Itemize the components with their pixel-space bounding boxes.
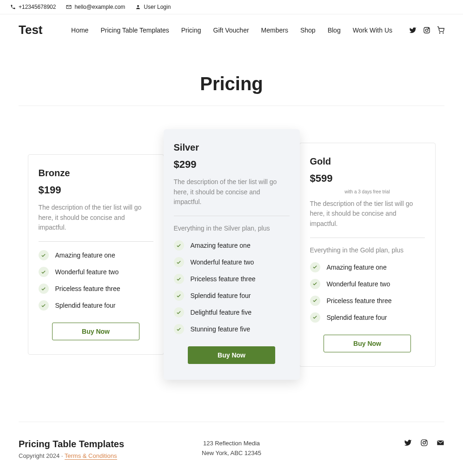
separator — [174, 216, 290, 216]
feature-item: Priceless feature three — [310, 296, 425, 306]
plan-name: Bronze — [39, 168, 153, 178]
svg-point-7 — [423, 442, 426, 444]
separator — [310, 238, 425, 238]
feature-item: Splendid feature four — [39, 300, 153, 311]
user-icon — [135, 4, 141, 10]
check-icon — [310, 279, 320, 289]
svg-point-2 — [425, 29, 428, 31]
plan-price: $199 — [39, 184, 153, 196]
feature-text: Wonderful feature two — [55, 268, 119, 276]
topbar-phone[interactable]: +12345678902 — [10, 4, 56, 10]
feature-text: Priceless feature three — [55, 285, 120, 292]
nav-blog[interactable]: Blog — [328, 26, 341, 34]
feature-text: Stunning feature five — [191, 325, 250, 333]
feature-item: Splendid feature four — [310, 312, 425, 323]
feature-item: Priceless feature three — [39, 284, 153, 294]
plan-subheading: Everything in the Silver plan, plus — [174, 225, 290, 232]
feature-text: Splendid feature four — [191, 292, 251, 299]
feature-text: Priceless feature three — [327, 297, 392, 304]
buy-button[interactable]: Buy Now — [188, 346, 275, 364]
separator — [39, 241, 153, 242]
check-icon — [174, 307, 184, 317]
feature-text: Amazing feature one — [327, 264, 387, 271]
feature-item: Wonderful feature two — [310, 279, 425, 289]
copyright-text: Copyright 2024 · — [19, 452, 65, 459]
feature-item: Stunning feature five — [174, 324, 290, 334]
svg-point-3 — [428, 28, 429, 28]
check-icon — [174, 324, 184, 334]
feature-text: Splendid feature four — [55, 302, 116, 309]
page-title: Pricing — [0, 73, 463, 94]
feature-text: Amazing feature one — [191, 242, 251, 249]
phone-icon — [10, 4, 16, 10]
plan-bronze: Bronze $199 The description of the tier … — [28, 154, 164, 355]
feature-text: Wonderful feature two — [327, 280, 390, 288]
feature-item: Splendid feature four — [174, 291, 290, 301]
nav-pricing[interactable]: Pricing — [181, 26, 201, 34]
nav-gift-voucher[interactable]: Gift Voucher — [213, 26, 249, 34]
svg-point-0 — [137, 5, 139, 7]
plan-badge: with a 3 days free trial — [310, 189, 425, 194]
envelope-icon — [66, 4, 72, 10]
topbar-email[interactable]: hello@example.com — [66, 4, 125, 10]
nav-members[interactable]: Members — [261, 26, 288, 34]
feature-text: Amazing feature one — [55, 251, 115, 259]
check-icon — [39, 284, 49, 294]
footer: Pricing Table Templates Copyright 2024 ·… — [19, 422, 444, 476]
plan-price: $299 — [174, 159, 290, 171]
topbar-login-text: User Login — [144, 4, 171, 10]
footer-social — [303, 439, 444, 459]
feature-item: Wonderful feature two — [39, 267, 153, 277]
feature-list: Amazing feature one Wonderful feature tw… — [174, 240, 290, 334]
feature-text: Delightful feature five — [191, 309, 252, 316]
twitter-icon[interactable] — [404, 439, 412, 447]
feature-text: Priceless feature three — [191, 275, 256, 283]
twitter-icon[interactable] — [409, 26, 417, 34]
check-icon — [310, 296, 320, 306]
pricing-grid: Bronze $199 The description of the tier … — [0, 106, 463, 422]
feature-text: Splendid feature four — [327, 314, 387, 321]
address-line-2: New York, ABC 12345 — [160, 449, 302, 458]
check-icon — [174, 291, 184, 301]
instagram-icon[interactable] — [423, 26, 430, 34]
nav-icons — [409, 26, 444, 34]
svg-point-5 — [443, 33, 443, 33]
nav-pricing-templates[interactable]: Pricing Table Templates — [100, 26, 169, 34]
check-icon — [39, 250, 49, 260]
terms-link[interactable]: Terms & Conditions — [65, 452, 117, 460]
feature-item: Amazing feature one — [39, 250, 153, 260]
header: Test Home Pricing Table Templates Pricin… — [0, 14, 463, 46]
topbar-login[interactable]: User Login — [135, 4, 171, 10]
address-line-1: 123 Reflection Media — [160, 439, 302, 449]
check-icon — [174, 274, 184, 284]
main-nav: Home Pricing Table Templates Pricing Gif… — [71, 26, 444, 34]
plan-desc: The description of the tier list will go… — [310, 199, 425, 229]
envelope-icon[interactable] — [437, 439, 444, 447]
buy-button[interactable]: Buy Now — [324, 335, 411, 352]
footer-address: 123 Reflection Media New York, ABC 12345 — [160, 439, 302, 459]
check-icon — [174, 257, 184, 267]
cart-icon[interactable] — [437, 26, 444, 34]
instagram-icon[interactable] — [420, 439, 428, 447]
feature-item: Wonderful feature two — [174, 257, 290, 267]
nav-work-with-us[interactable]: Work With Us — [353, 26, 392, 34]
plan-name: Gold — [310, 156, 425, 167]
feature-item: Amazing feature one — [174, 240, 290, 251]
plan-desc: The description of the tier list will go… — [174, 177, 290, 207]
nav-home[interactable]: Home — [71, 26, 88, 34]
plan-desc: The description of the tier list will go… — [39, 203, 153, 233]
check-icon — [39, 267, 49, 277]
check-icon — [174, 240, 184, 251]
feature-text: Wonderful feature two — [191, 258, 254, 266]
nav-shop[interactable]: Shop — [300, 26, 316, 34]
check-icon — [310, 312, 320, 323]
topbar-phone-text: +12345678902 — [19, 4, 56, 10]
footer-title: Pricing Table Templates — [19, 439, 160, 450]
svg-point-4 — [439, 33, 440, 33]
topbar: +12345678902 hello@example.com User Logi… — [0, 0, 463, 14]
feature-list: Amazing feature one Wonderful feature tw… — [39, 250, 153, 311]
logo[interactable]: Test — [19, 23, 43, 37]
buy-button[interactable]: Buy Now — [52, 323, 139, 340]
plan-price: $599 — [310, 172, 425, 185]
feature-list: Amazing feature one Wonderful feature tw… — [310, 262, 425, 323]
